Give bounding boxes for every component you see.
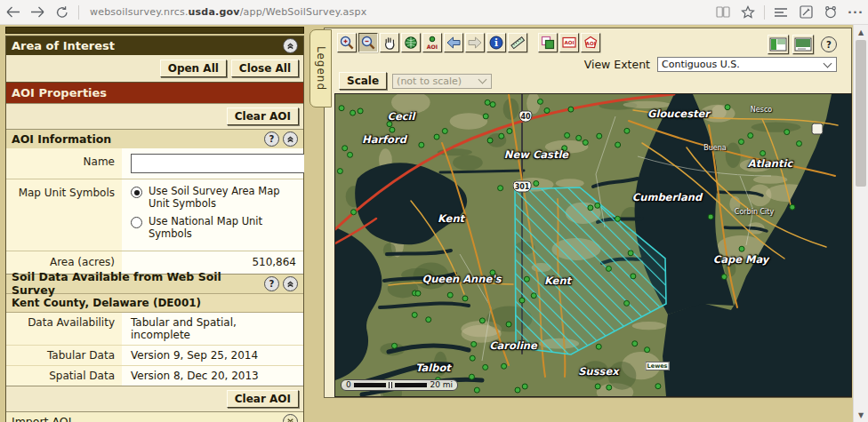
spatial-data-label: Spatial Data: [6, 366, 122, 386]
soil-data-title: Soil Data Available from Web Soil Survey: [12, 270, 261, 297]
zoom-out-button[interactable]: [358, 33, 378, 52]
collapse-icon[interactable]: [283, 38, 298, 53]
aoi-rectangle-tool-button[interactable]: AOI: [559, 33, 579, 52]
aoi-sidebar: Area of Interest Open All Close All AOI …: [5, 27, 304, 422]
view-extent-label: View Extent: [584, 58, 650, 71]
svg-text:AOI: AOI: [586, 41, 596, 46]
scale-end: 20 mi: [430, 381, 453, 389]
scroll-down-arrow[interactable]: ▼: [854, 408, 868, 422]
favorites-star-icon[interactable]: [735, 2, 760, 23]
tabular-data-label: Tabular Data: [6, 346, 122, 365]
table-row: Tabular Data Version 9, Sep 25, 2014: [6, 345, 303, 365]
map-scale-bar: 0 20 mi: [341, 379, 458, 391]
radio-soil-survey-symbols[interactable]: [131, 187, 142, 198]
table-row: Spatial Data Version 8, Dec 20, 2013: [6, 365, 303, 386]
radio-national-symbols-label: Use National Map Unit Symbols: [149, 215, 296, 241]
open-all-button[interactable]: Open All: [160, 60, 227, 77]
map-unit-symbols-label: Map Unit Symbols: [6, 179, 122, 251]
radio-soil-survey-symbols-label: Use Soil Survey Area Map Unit Symbols: [149, 185, 296, 211]
map-panel: AOI i AOI AOI: [324, 28, 852, 398]
soil-data-header[interactable]: Soil Data Available from Web Soil Survey…: [6, 274, 303, 293]
scale-button[interactable]: Scale: [339, 72, 387, 90]
clear-aoi-button[interactable]: Clear AOI: [227, 390, 299, 408]
map-toolbar: AOI i AOI AOI: [337, 33, 600, 52]
view-extent-value: Contiguous U.S.: [662, 59, 817, 70]
aoi-information-header[interactable]: AOI Information ?: [6, 129, 303, 148]
page-scrollbar[interactable]: ▲ ▼: [853, 25, 868, 422]
tabular-data-value: Version 9, Sep 25, 2014: [122, 346, 303, 365]
legend-tab[interactable]: Legend: [309, 29, 332, 107]
svg-text:i: i: [494, 37, 498, 48]
name-label: Name: [6, 148, 122, 179]
scale-select[interactable]: (not to scale): [392, 74, 492, 89]
import-aoi-header[interactable]: Import AOI: [6, 411, 303, 422]
hub-icon[interactable]: [768, 2, 793, 23]
layout-toolbar: ?: [768, 35, 837, 54]
scale-start: 0: [346, 381, 351, 389]
chevron-down-icon: [478, 76, 487, 84]
svg-text:AOI: AOI: [564, 40, 574, 45]
map-canvas[interactable]: HarfordCecilNew CastleKentQueen Anne'sCa…: [334, 93, 852, 397]
scrollbar-thumb[interactable]: [856, 40, 866, 187]
aoi-information-title: AOI Information: [12, 132, 111, 146]
divider: [78, 5, 79, 20]
map-help-icon[interactable]: ?: [821, 36, 837, 52]
aoi-polygon-tool-button[interactable]: AOI: [581, 33, 600, 52]
share-icon[interactable]: [818, 2, 843, 23]
collapse-icon[interactable]: [283, 131, 298, 147]
area-of-interest-header[interactable]: Area of Interest: [6, 36, 303, 55]
full-extent-button[interactable]: [401, 33, 421, 52]
web-note-icon[interactable]: [793, 2, 818, 23]
address-bar[interactable]: websoilsurvey.nrcs.usda.gov/app/WebSoilS…: [90, 6, 366, 18]
spatial-data-value: Version 8, Dec 20, 2013: [122, 366, 303, 386]
zoom-to-aoi-button[interactable]: AOI: [422, 33, 442, 52]
view-extent-select[interactable]: Contiguous U.S.: [657, 57, 837, 72]
pan-button[interactable]: [380, 33, 399, 52]
data-availability-value: Tabular and Spatial, incomplete: [122, 313, 303, 345]
layout-map-view-button[interactable]: [792, 35, 814, 54]
help-icon[interactable]: ?: [264, 276, 279, 291]
legend-tab-label: Legend: [315, 46, 327, 91]
scroll-up-arrow[interactable]: ▲: [854, 25, 868, 39]
more-icon[interactable]: ···: [843, 2, 868, 23]
next-extent-button[interactable]: [465, 33, 485, 52]
area-of-interest-title: Area of Interest: [12, 39, 115, 52]
refresh-icon[interactable]: [50, 2, 75, 23]
layout-split-view-button[interactable]: [768, 35, 789, 54]
aoi-name-input[interactable]: [131, 154, 304, 173]
aoi-properties-title: AOI Properties: [12, 86, 107, 100]
previous-extent-button[interactable]: [444, 33, 463, 52]
reading-view-icon[interactable]: [711, 2, 735, 23]
view-extent-control: View Extent Contiguous U.S.: [584, 57, 837, 72]
collapse-icon[interactable]: [283, 276, 298, 291]
measure-button[interactable]: [508, 33, 527, 52]
forward-icon[interactable]: [25, 2, 50, 23]
chevron-down-icon: [824, 59, 832, 68]
web-soil-survey-app: websoilsurvey.nrcs.usda.gov/app/WebSoilS…: [0, 0, 868, 422]
scale-control: Scale (not to scale): [339, 72, 492, 90]
back-icon[interactable]: [0, 2, 25, 23]
scale-value: (not to scale): [397, 76, 472, 87]
zoom-in-button[interactable]: [337, 33, 357, 52]
table-row: Data Availability Tabular and Spatial, i…: [6, 312, 303, 345]
collapsed-header-partial[interactable]: [5, 27, 304, 34]
data-availability-label: Data Availability: [6, 313, 122, 345]
divider: [764, 5, 765, 20]
map-art: [335, 94, 851, 396]
identify-info-button[interactable]: i: [486, 33, 506, 52]
help-icon[interactable]: ?: [264, 131, 279, 147]
import-aoi-label: Import AOI: [12, 415, 71, 422]
copy-layers-button[interactable]: [538, 33, 558, 52]
expand-icon[interactable]: [283, 414, 298, 422]
aoi-properties-header[interactable]: AOI Properties: [6, 82, 303, 103]
radio-national-symbols[interactable]: [131, 217, 142, 228]
clear-aoi-button[interactable]: Clear AOI: [227, 107, 299, 125]
browser-toolbar: websoilsurvey.nrcs.usda.gov/app/WebSoilS…: [0, 0, 868, 25]
svg-text:AOI: AOI: [427, 44, 438, 50]
close-all-button[interactable]: Close All: [231, 60, 299, 77]
